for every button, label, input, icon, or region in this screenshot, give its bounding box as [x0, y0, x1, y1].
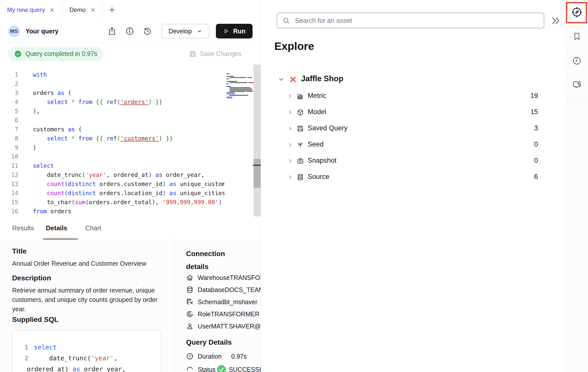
code-line: with [33, 70, 224, 79]
line-number: 14 [0, 189, 18, 198]
line-number: 3 [0, 88, 18, 97]
chevron-right-icon[interactable] [287, 174, 293, 180]
save-changes-button[interactable]: Save Changes [189, 50, 241, 58]
chevron-right-icon[interactable] [287, 110, 293, 115]
check-circle-icon [14, 50, 22, 58]
scrollbar-thumb[interactable] [254, 159, 261, 188]
connection-rows: WarehouseTRANSFORMINGDatabaseDOCS_TEAM_S… [186, 272, 261, 332]
share-icon[interactable] [107, 27, 117, 36]
chevron-right-icon[interactable] [287, 142, 293, 148]
close-icon[interactable] [49, 7, 55, 13]
develop-dropdown[interactable]: Develop [162, 24, 210, 38]
tab-details[interactable]: Details [46, 216, 67, 240]
info-icon[interactable] [125, 27, 134, 36]
query-status-badge: Query completed in 0.97s [8, 47, 103, 61]
avatar: MS [8, 25, 20, 37]
history-tool-button[interactable] [566, 49, 588, 73]
ai-chat-tool-button[interactable] [566, 73, 588, 97]
code-line [33, 116, 224, 125]
bookmarks-tool-button[interactable] [566, 24, 588, 49]
query-header: MS Your query Develop Run [0, 19, 261, 43]
compass-icon [571, 6, 583, 18]
tab-label: My new query [7, 6, 45, 13]
sql-editor[interactable]: 12345678910111213141516 with orders as (… [0, 65, 261, 217]
tab-chart[interactable]: Chart [85, 216, 101, 240]
description-heading: Description [12, 274, 51, 282]
line-number: 5 [0, 107, 18, 116]
editor-tab-bar: My new query Demo [0, 0, 261, 20]
tab-my-new-query[interactable]: My new query [0, 0, 62, 19]
code-line: ), [33, 107, 224, 116]
line-number: 13 [0, 179, 18, 189]
chevron-right-icon[interactable] [287, 93, 293, 99]
tree-item-source[interactable]: Source6 [261, 169, 554, 185]
code-line: customers as ( [33, 125, 224, 134]
snapshot-icon [297, 157, 304, 165]
asset-search-bar[interactable] [277, 13, 544, 28]
description-value: Retrieve annual summary of order revenue… [12, 286, 161, 314]
status-value: SUCCESSFUL [229, 366, 261, 372]
code-line: ) [33, 143, 224, 152]
code-line: select [33, 161, 224, 170]
duration-label: Duration [198, 353, 222, 360]
chevron-down-icon [197, 28, 202, 34]
tree-item-saved-query[interactable]: Saved Query3 [261, 120, 554, 137]
connection-value: dbt_mshaver [221, 298, 258, 306]
code-line: count(distinct orders.location_id) as un… [33, 189, 224, 198]
split-drag-handle[interactable] [253, 164, 261, 166]
tab-results[interactable]: Results [12, 216, 34, 240]
history-icon[interactable] [143, 27, 152, 36]
model-icon [297, 109, 304, 116]
connection-row: WarehouseTRANSFORMING [186, 272, 261, 284]
tree-item-seed[interactable]: Seed0 [261, 137, 554, 153]
tree-item-count: 19 [530, 92, 538, 100]
connection-label: Warehouse [198, 274, 230, 281]
chevron-right-icon[interactable] [287, 126, 293, 131]
new-tab-button[interactable] [103, 0, 121, 19]
tab-label: Demo [69, 6, 85, 13]
collapse-panel-icon[interactable] [551, 16, 561, 26]
explore-panel: Explore Jaffle Shop Metric19Model15Saved… [261, 0, 566, 372]
supplied-sql-line: 2 date_trunc('year', [13, 353, 161, 364]
database-icon [186, 286, 194, 294]
results-tab-bar: Results Details Chart [0, 216, 261, 240]
line-number: 16 [0, 207, 18, 216]
run-button[interactable]: Run [216, 24, 253, 38]
explore-tool-button[interactable] [566, 0, 588, 24]
clock-icon [186, 353, 194, 360]
explore-tree: Jaffle Shop Metric19Model15Saved Query3S… [261, 71, 554, 185]
search-input[interactable] [295, 16, 539, 25]
editor-minimap[interactable] [224, 65, 254, 216]
tab-demo[interactable]: Demo [62, 0, 103, 19]
connection-details-heading: Connection details [186, 247, 247, 273]
explore-heading: Explore [274, 40, 314, 52]
editor-scrollbar[interactable] [254, 65, 261, 216]
code-line [33, 152, 224, 161]
saved-query-icon [297, 125, 304, 132]
chevron-right-icon[interactable] [287, 158, 293, 164]
query-status-text: Query completed in 0.97s [25, 50, 97, 57]
chevron-down-icon[interactable] [278, 76, 284, 83]
tree-project-jaffle-shop[interactable]: Jaffle Shop [261, 71, 554, 88]
supplied-sql-line: 1select [13, 342, 161, 353]
tree-item-model[interactable]: Model15 [261, 104, 554, 120]
tree-item-snapshot[interactable]: Snapshot0 [261, 153, 554, 169]
close-icon[interactable] [90, 7, 96, 13]
status-label: Status [198, 366, 216, 372]
code-line: select * from {{ ref('customers') }} [33, 134, 224, 143]
develop-label: Develop [169, 28, 192, 35]
line-number: 8 [0, 134, 18, 143]
metric-icon [297, 92, 304, 100]
connection-value: TRANSFORMER [211, 311, 259, 318]
code-line: select * from {{ ref('orders') }} [33, 97, 224, 107]
tree-item-label: Saved Query [308, 124, 348, 132]
query-title: Your query [26, 28, 58, 35]
line-number: 15 [0, 198, 18, 207]
connection-row: UserMATT.SHAVER@FISHT [186, 320, 261, 332]
clock-icon [572, 56, 582, 66]
tree-item-metric[interactable]: Metric19 [261, 88, 554, 104]
connection-label: Schema [198, 298, 221, 306]
save-icon [189, 50, 196, 58]
connection-label: User [198, 323, 211, 330]
connection-label: Role [198, 311, 211, 318]
